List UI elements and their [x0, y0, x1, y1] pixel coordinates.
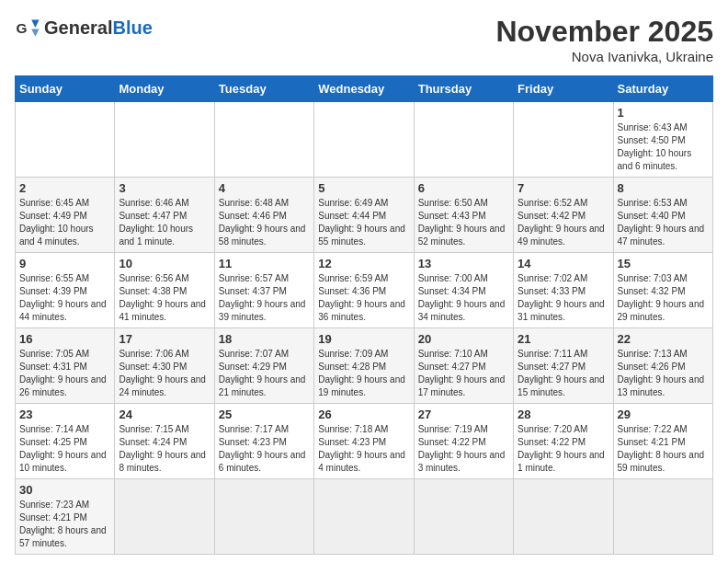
calendar-table: SundayMondayTuesdayWednesdayThursdayFrid… [15, 75, 713, 555]
day-info: Sunrise: 6:50 AM Sunset: 4:43 PM Dayligh… [418, 197, 509, 248]
day-number: 7 [518, 181, 609, 195]
svg-marker-1 [31, 20, 39, 28]
day-number: 17 [119, 332, 210, 346]
day-number: 21 [518, 332, 609, 346]
calendar-day-cell: 8Sunrise: 6:53 AM Sunset: 4:40 PM Daylig… [613, 178, 712, 253]
weekday-header-friday: Friday [514, 76, 613, 102]
calendar-day-cell: 30Sunrise: 7:23 AM Sunset: 4:21 PM Dayli… [16, 479, 115, 555]
calendar-day-cell [214, 479, 313, 555]
calendar-day-cell: 26Sunrise: 7:18 AM Sunset: 4:23 PM Dayli… [314, 404, 414, 479]
day-info: Sunrise: 7:20 AM Sunset: 4:22 PM Dayligh… [518, 423, 609, 475]
calendar-day-cell [514, 102, 613, 178]
day-info: Sunrise: 6:53 AM Sunset: 4:40 PM Dayligh… [618, 197, 709, 248]
calendar-week-row: 30Sunrise: 7:23 AM Sunset: 4:21 PM Dayli… [16, 479, 713, 555]
calendar-day-cell: 11Sunrise: 6:57 AM Sunset: 4:37 PM Dayli… [214, 253, 313, 328]
day-number: 22 [618, 332, 709, 346]
day-number: 4 [219, 181, 310, 195]
calendar-day-cell: 10Sunrise: 6:56 AM Sunset: 4:38 PM Dayli… [115, 253, 214, 328]
weekday-header-saturday: Saturday [613, 76, 712, 102]
day-number: 5 [318, 181, 409, 195]
calendar-day-cell: 2Sunrise: 6:45 AM Sunset: 4:49 PM Daylig… [16, 178, 115, 253]
day-info: Sunrise: 7:23 AM Sunset: 4:21 PM Dayligh… [19, 499, 110, 550]
day-number: 19 [318, 332, 409, 346]
calendar-day-cell [414, 102, 513, 178]
calendar-week-row: 23Sunrise: 7:14 AM Sunset: 4:25 PM Dayli… [16, 404, 713, 479]
day-number: 26 [318, 408, 409, 421]
calendar-day-cell: 13Sunrise: 7:00 AM Sunset: 4:34 PM Dayli… [414, 253, 513, 328]
day-number: 2 [19, 181, 110, 195]
day-info: Sunrise: 6:48 AM Sunset: 4:46 PM Dayligh… [219, 197, 310, 248]
calendar-week-row: 9Sunrise: 6:55 AM Sunset: 4:39 PM Daylig… [16, 253, 713, 328]
calendar-day-cell: 23Sunrise: 7:14 AM Sunset: 4:25 PM Dayli… [16, 404, 115, 479]
day-info: Sunrise: 6:56 AM Sunset: 4:38 PM Dayligh… [119, 272, 210, 324]
day-info: Sunrise: 6:59 AM Sunset: 4:36 PM Dayligh… [318, 272, 409, 324]
day-number: 3 [119, 181, 210, 195]
logo-blue-text: Blue [112, 17, 152, 38]
weekday-header-wednesday: Wednesday [314, 76, 414, 102]
day-number: 25 [219, 408, 310, 421]
calendar-day-cell: 19Sunrise: 7:09 AM Sunset: 4:28 PM Dayli… [314, 328, 414, 404]
month-title: November 2025 [495, 15, 713, 49]
day-number: 20 [418, 332, 509, 346]
logo: G GeneralBlue [15, 15, 153, 40]
calendar-day-cell: 12Sunrise: 6:59 AM Sunset: 4:36 PM Dayli… [314, 253, 414, 328]
calendar-day-cell: 5Sunrise: 6:49 AM Sunset: 4:44 PM Daylig… [314, 178, 414, 253]
calendar-day-cell: 21Sunrise: 7:11 AM Sunset: 4:27 PM Dayli… [514, 328, 613, 404]
day-info: Sunrise: 6:55 AM Sunset: 4:39 PM Dayligh… [19, 272, 110, 324]
day-info: Sunrise: 7:09 AM Sunset: 4:28 PM Dayligh… [318, 348, 409, 399]
day-info: Sunrise: 7:00 AM Sunset: 4:34 PM Dayligh… [418, 272, 509, 324]
calendar-day-cell [214, 102, 313, 178]
day-info: Sunrise: 7:19 AM Sunset: 4:22 PM Dayligh… [418, 423, 509, 475]
svg-text:G: G [16, 20, 27, 36]
calendar-day-cell [613, 479, 712, 555]
calendar-day-cell: 22Sunrise: 7:13 AM Sunset: 4:26 PM Dayli… [613, 328, 712, 404]
calendar-day-cell: 6Sunrise: 6:50 AM Sunset: 4:43 PM Daylig… [414, 178, 513, 253]
day-number: 15 [618, 257, 709, 270]
calendar-day-cell [314, 479, 414, 555]
calendar-week-row: 2Sunrise: 6:45 AM Sunset: 4:49 PM Daylig… [16, 178, 713, 253]
calendar-day-cell: 24Sunrise: 7:15 AM Sunset: 4:24 PM Dayli… [115, 404, 214, 479]
calendar-day-cell [514, 479, 613, 555]
calendar-week-row: 16Sunrise: 7:05 AM Sunset: 4:31 PM Dayli… [16, 328, 713, 404]
day-number: 27 [418, 408, 509, 421]
weekday-header-monday: Monday [115, 76, 214, 102]
calendar-day-cell: 15Sunrise: 7:03 AM Sunset: 4:32 PM Dayli… [613, 253, 712, 328]
day-number: 8 [618, 181, 709, 195]
title-area: November 2025 Nova Ivanivka, Ukraine [495, 15, 713, 64]
day-number: 1 [618, 106, 709, 120]
day-info: Sunrise: 6:49 AM Sunset: 4:44 PM Dayligh… [318, 197, 409, 248]
day-number: 9 [19, 257, 110, 270]
day-number: 12 [318, 257, 409, 270]
day-info: Sunrise: 6:43 AM Sunset: 4:50 PM Dayligh… [618, 121, 709, 173]
day-number: 29 [618, 408, 709, 421]
calendar-week-row: 1Sunrise: 6:43 AM Sunset: 4:50 PM Daylig… [16, 102, 713, 178]
day-info: Sunrise: 7:05 AM Sunset: 4:31 PM Dayligh… [19, 348, 110, 399]
weekday-header-tuesday: Tuesday [214, 76, 313, 102]
day-number: 23 [19, 408, 110, 421]
day-info: Sunrise: 7:18 AM Sunset: 4:23 PM Dayligh… [318, 423, 409, 475]
calendar-day-cell: 25Sunrise: 7:17 AM Sunset: 4:23 PM Dayli… [214, 404, 313, 479]
day-info: Sunrise: 7:07 AM Sunset: 4:29 PM Dayligh… [219, 348, 310, 399]
day-number: 11 [219, 257, 310, 270]
calendar-day-cell [314, 102, 414, 178]
weekday-header-thursday: Thursday [414, 76, 513, 102]
logo-general-text: General [44, 17, 112, 38]
day-info: Sunrise: 6:46 AM Sunset: 4:47 PM Dayligh… [119, 197, 210, 248]
calendar-day-cell: 7Sunrise: 6:52 AM Sunset: 4:42 PM Daylig… [514, 178, 613, 253]
day-info: Sunrise: 7:02 AM Sunset: 4:33 PM Dayligh… [518, 272, 609, 324]
calendar-day-cell [16, 102, 115, 178]
calendar-day-cell: 27Sunrise: 7:19 AM Sunset: 4:22 PM Dayli… [414, 404, 513, 479]
day-number: 28 [518, 408, 609, 421]
calendar-day-cell: 9Sunrise: 6:55 AM Sunset: 4:39 PM Daylig… [16, 253, 115, 328]
calendar-day-cell [115, 102, 214, 178]
day-number: 24 [119, 408, 210, 421]
day-number: 10 [119, 257, 210, 270]
calendar-day-cell: 18Sunrise: 7:07 AM Sunset: 4:29 PM Dayli… [214, 328, 313, 404]
day-info: Sunrise: 7:13 AM Sunset: 4:26 PM Dayligh… [618, 348, 709, 399]
day-number: 18 [219, 332, 310, 346]
weekday-header-sunday: Sunday [16, 76, 115, 102]
calendar-day-cell: 16Sunrise: 7:05 AM Sunset: 4:31 PM Dayli… [16, 328, 115, 404]
calendar-day-cell: 4Sunrise: 6:48 AM Sunset: 4:46 PM Daylig… [214, 178, 313, 253]
day-info: Sunrise: 7:03 AM Sunset: 4:32 PM Dayligh… [618, 272, 709, 324]
weekday-header-row: SundayMondayTuesdayWednesdayThursdayFrid… [16, 76, 713, 102]
